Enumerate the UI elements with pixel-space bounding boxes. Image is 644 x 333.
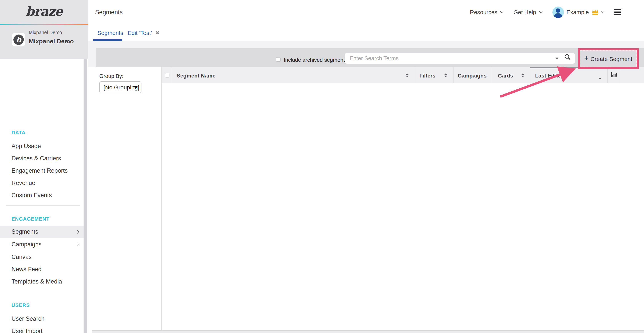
crown-icon [592, 9, 599, 15]
divider [6, 205, 80, 206]
resources-menu[interactable]: Resources [470, 9, 503, 15]
header-right-menu: Resources Get Help Example [470, 0, 622, 24]
section-heading-users: USERS [12, 302, 30, 308]
sort-icon-filters[interactable] [444, 73, 447, 77]
sidebar-scrollbar[interactable] [84, 59, 87, 333]
logo-band: braze [0, 0, 88, 24]
sidebar-item-user-import[interactable]: User Import [0, 325, 84, 333]
sort-icon-cards[interactable] [521, 73, 524, 77]
sidebar-item-app-usage[interactable]: App Usage [0, 140, 84, 152]
chevron-down-icon [539, 10, 542, 13]
dropdown-caret-icon [134, 86, 138, 89]
search-dropdown-caret-icon[interactable] [556, 58, 558, 60]
user-menu[interactable]: Example [552, 6, 604, 18]
create-segment-highlight-box: + Create Segment [578, 48, 639, 69]
sort-icon-segment-name[interactable] [406, 73, 409, 77]
search-input[interactable] [344, 53, 575, 64]
workspace-logo: b [12, 33, 25, 47]
column-last-edited[interactable]: Last Edited [535, 73, 564, 79]
include-archived-label: Include archived segments [284, 57, 348, 63]
workspace-org-label: Mixpanel Demo [29, 30, 62, 35]
toolbar-left-margin [88, 48, 96, 67]
section-heading-engagement: ENGAGEMENT [12, 216, 50, 222]
braze-logo[interactable]: braze [26, 4, 62, 20]
column-cards[interactable]: Cards [498, 73, 513, 79]
workspace-logo-b-icon: b [14, 35, 24, 45]
chevron-right-icon [75, 243, 79, 246]
segments-toolbar: Include archived segments + Create Segme… [96, 48, 644, 67]
chevron-right-icon [75, 230, 79, 233]
column-filters[interactable]: Filters [419, 73, 436, 79]
main-area: Segments Resources Get Help Example [88, 0, 644, 333]
sidebar-item-canvas[interactable]: Canvas [0, 251, 84, 263]
tab-edit-test[interactable]: Edit 'Test' ✖ [128, 25, 160, 41]
content-top-band [88, 41, 644, 48]
group-by-label: Group By: [99, 73, 124, 79]
create-segment-button[interactable]: + Create Segment [580, 50, 637, 67]
sidebar-nav: DATA App Usage Devices & Carriers Engage… [0, 59, 88, 333]
top-header: Segments Resources Get Help Example [88, 0, 644, 24]
sidebar-item-segments[interactable]: Segments [0, 226, 84, 238]
page-title: Segments [95, 9, 123, 16]
group-by-select[interactable]: [No Grouping] [99, 81, 142, 93]
sidebar-item-engagement-reports[interactable]: Engagement Reports [0, 165, 84, 177]
sidebar-item-templates-media[interactable]: Templates & Media [0, 275, 84, 288]
chevron-down-icon [601, 10, 604, 13]
sidebar-item-revenue[interactable]: Revenue [0, 177, 84, 189]
sidebar-item-campaigns[interactable]: Campaigns [0, 238, 84, 250]
column-segment-name[interactable]: Segment Name [177, 73, 216, 79]
sidebar-item-news-feed[interactable]: News Feed [0, 263, 84, 275]
sidebar: braze b Mixpanel Demo Mixpanel Demo DATA… [0, 0, 88, 333]
user-name: Example [566, 9, 589, 15]
bar-chart-icon[interactable] [611, 72, 617, 78]
hamburger-menu-icon[interactable] [614, 9, 622, 15]
get-help-menu[interactable]: Get Help [514, 9, 542, 15]
sidebar-item-custom-events[interactable]: Custom Events [0, 189, 84, 201]
section-heading-data: DATA [12, 130, 26, 135]
chevron-down-icon [500, 10, 504, 13]
workspace-switcher[interactable]: b Mixpanel Demo Mixpanel Demo [0, 25, 88, 59]
plus-icon: + [584, 55, 588, 62]
column-campaigns[interactable]: Campaigns [458, 73, 487, 79]
group-by-panel: Group By: [No Grouping] [96, 67, 162, 330]
select-all-checkbox[interactable] [165, 73, 170, 78]
last-edited-dropdown-caret-icon[interactable] [598, 74, 602, 81]
include-archived-checkbox[interactable] [276, 57, 280, 62]
page-bottom-strip [92, 331, 644, 333]
divider [6, 293, 80, 293]
close-icon[interactable]: ✖ [156, 30, 160, 36]
avatar [552, 6, 564, 18]
active-tab-underline [93, 39, 122, 41]
sidebar-item-user-search[interactable]: User Search [0, 313, 84, 325]
tab-segments[interactable]: Segments [97, 25, 123, 41]
braze-dashboard: braze b Mixpanel Demo Mixpanel Demo DATA… [0, 0, 644, 333]
segments-table-header: Segment Name Filters Campaigns Cards Las… [162, 67, 644, 83]
tab-bar: Segments Edit 'Test' ✖ [88, 25, 644, 41]
sidebar-item-devices-carriers[interactable]: Devices & Carriers [0, 152, 84, 165]
search-icon[interactable] [564, 54, 571, 60]
